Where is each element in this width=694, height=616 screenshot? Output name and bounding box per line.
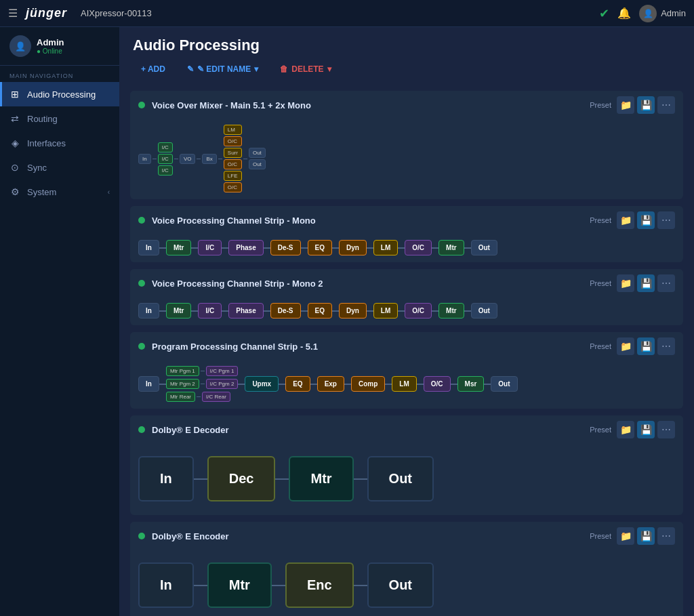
sidebar-item-label: Sync: [27, 163, 47, 173]
routing-icon: ⇄: [9, 113, 20, 124]
audio-processing-icon: ⊞: [9, 89, 20, 100]
chain-line: [197, 159, 201, 159]
folder-button[interactable]: 📁: [617, 337, 634, 355]
save-button[interactable]: 💾: [637, 96, 655, 114]
preset-label: Preset: [590, 216, 611, 224]
user-menu[interactable]: 👤 Admin: [639, 5, 686, 22]
sidebar-profile: 👤 Admin ● Online: [0, 27, 119, 66]
folder-button[interactable]: 📁: [617, 96, 634, 114]
signal-chain: In Mtr I/C Phase De-S EQ Dyn: [138, 240, 675, 255]
chain-block-in: In: [138, 240, 159, 255]
save-button[interactable]: 💾: [637, 421, 655, 438]
device-name: AIXpressor-00113: [81, 8, 599, 18]
more-button[interactable]: ⋯: [657, 527, 675, 545]
signal-chain: In I/C I/C I/C VO Bx LM: [138, 125, 675, 192]
sidebar-item-label: System: [27, 187, 56, 197]
chain-line: [194, 478, 207, 480]
chain-line: [191, 247, 198, 249]
status-dot: [138, 533, 145, 539]
chain-line: [279, 384, 285, 385]
sidebar-item-routing[interactable]: ⇄ Routing: [0, 106, 119, 131]
chain-line: [398, 247, 405, 249]
chain-block-comp: Comp: [351, 376, 385, 392]
delete-arrow-icon: ▾: [327, 64, 331, 74]
chain-block-phase: Phase: [228, 303, 263, 319]
edit-name-button[interactable]: ✎ ✎ EDIT NAME ▾: [179, 61, 266, 77]
status-dot: [138, 343, 145, 350]
chain-block-mtr2: Mtr: [438, 303, 464, 319]
sidebar: 👤 Admin ● Online MAIN NAVIGATION ⊞ Audio…: [0, 27, 119, 616]
sidebar-item-interfaces[interactable]: ◈ Interfaces: [0, 131, 119, 155]
bell-icon[interactable]: 🔔: [617, 7, 631, 20]
sidebar-item-label: Interfaces: [27, 138, 66, 148]
folder-button[interactable]: 📁: [617, 274, 634, 292]
chain-block-in: In: [138, 376, 159, 392]
save-button[interactable]: 💾: [637, 274, 655, 292]
add-button[interactable]: + ADD: [133, 61, 174, 77]
profile-info: Admin ● Online: [37, 37, 64, 55]
card-header: Dolby® E Encoder Preset 📁 💾 ⋯: [130, 522, 683, 550]
chain-line: [238, 384, 245, 385]
chain-line: [159, 384, 166, 385]
sidebar-item-label: Audio Processing: [27, 89, 96, 100]
card-title: Voice Over Mixer - Main 5.1 + 2x Mono: [152, 100, 590, 110]
stacked-mtr-ic: Mtr Pgm 1 I/C Pgm 1 Mtr Pgm 2 I/C Pgm 2 …: [166, 366, 238, 402]
chain-line: [159, 310, 166, 312]
chain-block-in: In: [138, 154, 151, 164]
card-voice-processing-mono: Voice Processing Channel Strip - Mono Pr…: [130, 206, 683, 262]
chain-line: [301, 310, 308, 312]
status-dot: [138, 280, 145, 287]
topbar: ☰ jünger AIXpressor-00113 ✔ 🔔 👤 Admin: [0, 0, 694, 27]
chain-line: [174, 159, 178, 159]
folder-button[interactable]: 📁: [617, 211, 634, 229]
chain-block-dyn: Dyn: [339, 303, 367, 319]
chain-block-des: De-S: [270, 303, 301, 319]
chain-block-mtr: Mtr: [207, 562, 272, 608]
more-button[interactable]: ⋯: [657, 211, 675, 229]
chain-line: [264, 247, 270, 249]
profile-avatar: 👤: [9, 35, 31, 57]
card-body: In Mtr I/C Phase De-S EQ Dyn: [130, 297, 683, 325]
sync-icon: ⊙: [9, 162, 20, 173]
logo: jünger: [26, 6, 67, 20]
page-title: Audio Processing: [133, 37, 680, 54]
chain-line: [344, 384, 351, 385]
save-button[interactable]: 💾: [637, 211, 655, 229]
card-body: In I/C I/C I/C VO Bx LM: [130, 119, 683, 199]
card-body: In Mtr Enc Out: [130, 550, 683, 616]
more-button[interactable]: ⋯: [657, 421, 675, 438]
save-button[interactable]: 💾: [637, 337, 655, 355]
status-dot: [138, 102, 145, 108]
sidebar-item-sync[interactable]: ⊙ Sync: [0, 155, 119, 180]
stacked-right: Out Out: [249, 148, 266, 169]
chain-block-oc: O/C: [405, 240, 432, 255]
chain-block-dyn: Dyn: [339, 240, 367, 255]
chain-line: [222, 310, 228, 312]
preset-label: Preset: [590, 342, 611, 350]
chain-line: [301, 247, 308, 249]
sidebar-item-audio-processing[interactable]: ⊞ Audio Processing: [0, 82, 119, 106]
chain-line: [367, 310, 373, 312]
more-button[interactable]: ⋯: [657, 274, 675, 292]
more-button[interactable]: ⋯: [657, 96, 675, 114]
cards-area: Voice Over Mixer - Main 5.1 + 2x Mono Pr…: [119, 85, 694, 616]
folder-button[interactable]: 📁: [617, 527, 634, 545]
chain-block-out: Out: [367, 562, 434, 608]
chain-block-msr: Msr: [457, 376, 485, 392]
card-dolby-e-encoder: Dolby® E Encoder Preset 📁 💾 ⋯ In Mtr En: [130, 522, 683, 616]
chain-block-ic: I/C: [198, 240, 222, 255]
toolbar: + ADD ✎ ✎ EDIT NAME ▾ 🗑 DELETE ▾: [133, 61, 680, 85]
preset-label: Preset: [590, 279, 611, 287]
chain-block-eq: EQ: [285, 376, 310, 392]
card-header: Voice Over Mixer - Main 5.1 + 2x Mono Pr…: [130, 91, 683, 119]
chain-block-mtr: Mtr: [289, 456, 353, 501]
save-button[interactable]: 💾: [637, 527, 655, 545]
card-header: Dolby® E Decoder Preset 📁 💾 ⋯: [130, 415, 683, 444]
sidebar-item-system[interactable]: ⚙ System ‹: [0, 180, 119, 204]
more-button[interactable]: ⋯: [657, 337, 675, 355]
delete-button[interactable]: 🗑 DELETE ▾: [272, 61, 339, 77]
menu-icon[interactable]: ☰: [8, 7, 18, 20]
chain-line: [464, 247, 471, 249]
folder-button[interactable]: 📁: [617, 421, 634, 438]
chain-block-lm: LM: [392, 376, 416, 392]
